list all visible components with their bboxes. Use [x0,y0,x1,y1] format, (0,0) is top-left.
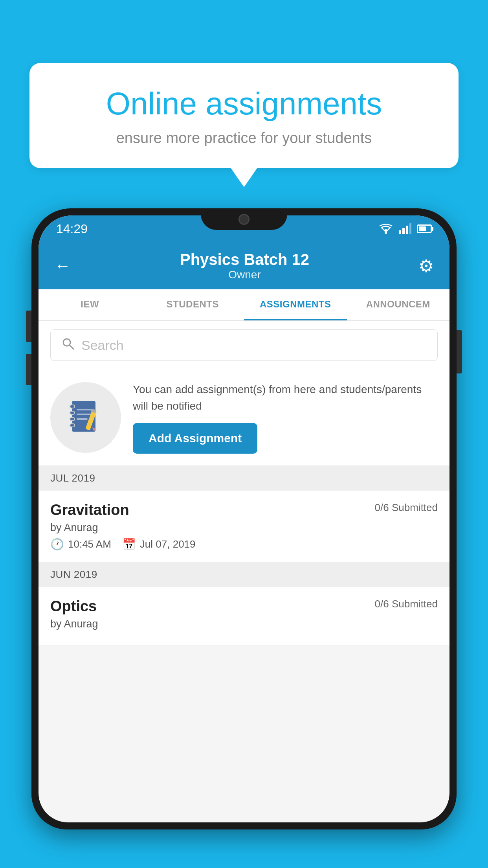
assignment-item-optics[interactable]: Optics 0/6 Submitted by Anurag [39,587,449,645]
phone-screen: 14:29 [39,215,449,822]
assignment-by: by Anurag [50,522,438,534]
svg-rect-4 [409,223,411,234]
back-button[interactable]: ← [54,256,71,275]
search-box[interactable]: Search [50,329,438,361]
status-time: 14:29 [56,222,88,236]
svg-rect-11 [70,424,75,427]
volume-up-button [26,311,31,342]
svg-rect-8 [70,405,75,408]
assignment-date: 📅 Jul 07, 2019 [122,538,196,551]
svg-rect-10 [70,417,75,421]
phone-outer: 14:29 [31,208,457,829]
tab-announcements[interactable]: ANNOUNCEM [347,289,450,320]
assignment-item-header: Gravitation 0/6 Submitted [50,502,438,519]
assignment-by-optics: by Anurag [50,618,438,630]
assignment-date-value: Jul 07, 2019 [140,538,196,550]
volume-down-button [26,354,31,385]
settings-button[interactable]: ⚙ [418,256,434,276]
search-icon [62,337,74,353]
power-button [457,330,462,373]
assignment-time: 🕐 10:45 AM [50,538,111,551]
add-assignment-button[interactable]: Add Assignment [133,423,257,454]
clock-icon: 🕐 [50,538,64,551]
svg-rect-13 [77,414,92,415]
tabs-bar: IEW STUDENTS ASSIGNMENTS ANNOUNCEM [39,289,449,321]
tab-students[interactable]: STUDENTS [141,289,244,320]
speech-bubble-area: Online assignments ensure more practice … [29,63,459,168]
batch-role: Owner [180,268,309,281]
svg-rect-3 [406,226,408,234]
phone-camera [238,214,250,225]
month-header-jun: JUN 2019 [39,562,449,587]
svg-rect-2 [402,228,405,234]
assignment-icon-circle [50,382,121,453]
phone-container: 14:29 [31,208,457,868]
assignment-meta: 🕐 10:45 AM 📅 Jul 07, 2019 [50,538,438,551]
speech-bubble-title: Online assignments [57,86,431,121]
assignment-right: You can add assignment(s) from here and … [133,381,438,454]
status-icons [378,223,432,234]
assignment-item-header-2: Optics 0/6 Submitted [50,598,438,615]
add-assignment-section: You can add assignment(s) from here and … [39,370,449,466]
svg-rect-9 [70,411,75,414]
calendar-icon: 📅 [122,538,136,551]
header-title-area: Physics Batch 12 Owner [180,251,309,281]
svg-point-0 [385,232,387,234]
search-input[interactable]: Search [81,338,124,353]
svg-rect-1 [399,230,401,234]
assignment-submitted-count: 0/6 Submitted [375,502,438,514]
assignment-time-value: 10:45 AM [68,538,111,550]
batch-title: Physics Batch 12 [180,251,309,268]
assignment-name: Gravitation [50,502,129,519]
svg-rect-12 [77,409,92,410]
assignment-name-optics: Optics [50,598,97,615]
signal-icon [399,223,411,234]
notebook-icon [68,398,103,437]
svg-rect-14 [77,418,88,420]
tab-assignments[interactable]: ASSIGNMENTS [244,289,347,320]
assignment-item-gravitation[interactable]: Gravitation 0/6 Submitted by Anurag 🕐 10… [39,491,449,562]
assignment-submitted-count-optics: 0/6 Submitted [375,598,438,610]
app-header: ← Physics Batch 12 Owner ⚙ [39,242,449,289]
month-header-jul: JUL 2019 [39,466,449,491]
battery-icon [417,224,432,233]
assignment-description: You can add assignment(s) from here and … [133,381,438,414]
speech-bubble: Online assignments ensure more practice … [29,63,459,168]
phone-notch [201,208,287,230]
tab-iew[interactable]: IEW [39,289,141,320]
search-container: Search [39,321,449,370]
speech-bubble-subtitle: ensure more practice for your students [57,130,431,147]
wifi-icon [378,223,393,234]
svg-line-6 [70,345,73,349]
